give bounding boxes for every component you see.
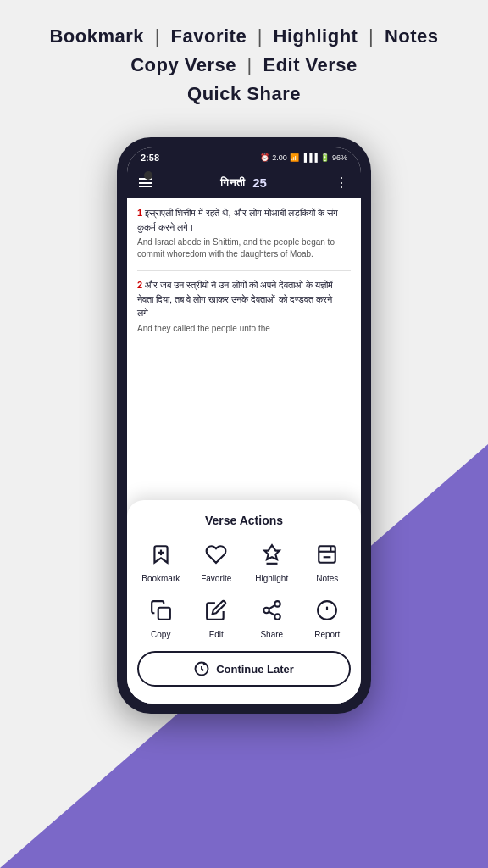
verse-1-hindi: इस्राएली शित्तीम में रहते थे, और लोग मोआ… (137, 208, 338, 232)
wifi-icon: 📶 (290, 153, 299, 162)
edit-action-icon (201, 595, 231, 626)
action-notes[interactable]: Notes (304, 539, 352, 583)
action-report[interactable]: Report (304, 595, 352, 639)
action-share[interactable]: Share (248, 595, 296, 639)
bookmark-action-label: Bookmark (141, 574, 180, 583)
favorite-label: Favorite (171, 25, 247, 47)
verse-actions-title: Verse Actions (137, 514, 351, 527)
copy-action-label: Copy (151, 630, 170, 639)
bookmark-action-icon (146, 539, 176, 570)
sep3: | (369, 25, 374, 47)
continue-later-button[interactable]: Continue Later (137, 651, 351, 687)
edit-verse-label: Edit Verse (263, 54, 357, 75)
svg-point-8 (263, 608, 269, 614)
action-copy[interactable]: Copy (137, 595, 185, 639)
sep1: | (155, 25, 160, 47)
svg-line-11 (269, 605, 274, 609)
continue-later-icon (194, 661, 209, 676)
action-favorite[interactable]: Favorite (193, 539, 241, 583)
verse-1-english: And Israel abode in Shittim, and the peo… (137, 236, 351, 260)
copy-action-icon (146, 595, 176, 626)
sep2: | (258, 25, 263, 47)
action-bookmark[interactable]: Bookmark (137, 539, 185, 583)
svg-rect-3 (319, 546, 336, 563)
action-highlight[interactable]: Highlight (248, 539, 296, 583)
highlight-action-icon (257, 539, 287, 570)
favorite-action-icon (201, 539, 231, 570)
nav-bar: गिनती 25 ⋮ (127, 168, 361, 198)
svg-point-7 (274, 601, 280, 607)
continue-later-label: Continue Later (216, 663, 294, 676)
alarm-icon: ⏰ (260, 153, 269, 162)
battery-icon: 🔋 (320, 153, 330, 162)
copy-verse-label: Copy Verse (130, 54, 236, 75)
highlight-label: Highlight (274, 25, 358, 47)
notes-label: Notes (385, 25, 439, 47)
svg-point-9 (274, 614, 280, 620)
book-title: गिनती (220, 176, 246, 190)
verse-2-english: And they called the people unto the (137, 323, 351, 335)
bible-content: 1 इस्राएली शित्तीम में रहते थे, और लोग म… (127, 198, 361, 435)
feature-row-3: Quick Share (17, 83, 471, 105)
action-edit[interactable]: Edit (193, 595, 241, 639)
phone-wrapper: 2:58 ⏰ 2.00 📶 ▐▐▐ 🔋 96% गिनती 25 (0, 137, 488, 714)
verse-2-number: 2 (137, 280, 145, 290)
actions-row-2: Copy Edit (137, 595, 351, 639)
camera-cutout (144, 171, 152, 180)
feature-row-1: Bookmark | Favorite | Highlight | Notes (17, 25, 471, 47)
feature-row-2: Copy Verse | Edit Verse (17, 54, 471, 76)
notes-action-icon (312, 539, 342, 570)
report-action-icon (312, 595, 342, 626)
svg-line-10 (269, 612, 274, 615)
sep4: | (247, 54, 252, 75)
chapter-number: 25 (252, 175, 267, 190)
signal-icon: ▐▐▐ (302, 153, 318, 162)
report-action-label: Report (314, 630, 340, 639)
edit-action-label: Edit (209, 630, 224, 639)
notes-action-label: Notes (316, 574, 338, 583)
svg-rect-6 (158, 608, 170, 620)
menu-icon[interactable] (139, 178, 152, 187)
verse-2-hindi: और जब उन स्त्रीयों ने उन लोगों को अपने द… (137, 280, 333, 318)
status-bar: 2:58 ⏰ 2.00 📶 ▐▐▐ 🔋 96% (127, 147, 361, 168)
verse-divider (137, 270, 351, 271)
top-feature-labels: Bookmark | Favorite | Highlight | Notes … (0, 0, 488, 129)
status-icons: ⏰ 2.00 📶 ▐▐▐ 🔋 96% (260, 153, 347, 162)
network-icon: 2.00 (272, 153, 287, 162)
status-time: 2:58 (141, 153, 159, 163)
share-action-label: Share (260, 630, 283, 639)
phone-device: 2:58 ⏰ 2.00 📶 ▐▐▐ 🔋 96% गिनती 25 (117, 137, 371, 714)
share-action-icon (257, 595, 287, 626)
battery-percent: 96% (332, 153, 347, 162)
highlight-action-label: Highlight (255, 574, 288, 583)
more-options-icon[interactable]: ⋮ (335, 175, 349, 191)
verse-1: 1 इस्राएली शित्तीम में रहते थे, और लोग म… (137, 206, 351, 260)
verse-2: 2 और जब उन स्त्रीयों ने उन लोगों को अपने… (137, 278, 351, 335)
quick-share-label: Quick Share (187, 83, 301, 104)
verse-actions-sheet: Verse Actions Bookmark (127, 500, 361, 704)
actions-row-1: Bookmark Favorite (137, 539, 351, 583)
verse-1-number: 1 (137, 208, 145, 218)
favorite-action-label: Favorite (201, 574, 231, 583)
phone-screen: 2:58 ⏰ 2.00 📶 ▐▐▐ 🔋 96% गिनती 25 (127, 147, 361, 704)
bookmark-label: Bookmark (49, 25, 144, 47)
